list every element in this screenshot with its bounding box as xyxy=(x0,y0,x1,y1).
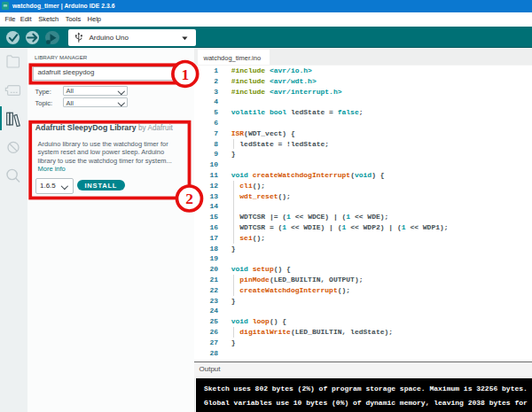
svg-text:1: 1 xyxy=(181,66,189,83)
svg-text:2: 2 xyxy=(185,190,193,207)
